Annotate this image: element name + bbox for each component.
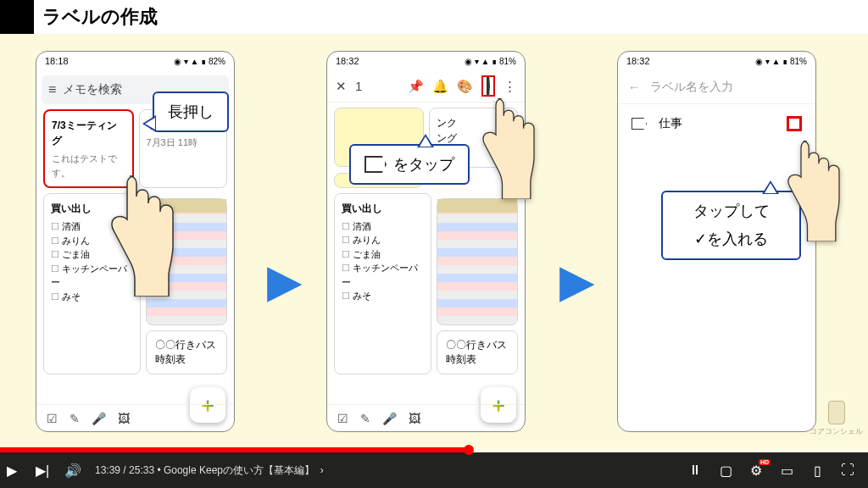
note-card-image[interactable] bbox=[437, 198, 519, 325]
autoplay-toggle[interactable]: ⏸ bbox=[687, 462, 704, 479]
slide-title: ラベルの作成 bbox=[42, 4, 158, 30]
title-bullet bbox=[0, 0, 34, 34]
status-time: 18:32 bbox=[626, 56, 650, 66]
settings-button[interactable]: ⚙HD bbox=[748, 462, 765, 479]
label-text: 仕事 bbox=[659, 116, 775, 131]
status-icons: ◉ ▾ ▲ ∎ 81% bbox=[755, 57, 807, 66]
hamburger-icon[interactable]: ≡ bbox=[48, 82, 56, 97]
status-bar: 18:32 ◉ ▾ ▲ ∎ 81% bbox=[327, 52, 525, 70]
next-button[interactable]: ▶| bbox=[34, 462, 51, 479]
note-date: 7月3日 11時 bbox=[147, 136, 220, 150]
status-time: 18:18 bbox=[45, 56, 69, 66]
note-card-bus[interactable]: 〇〇行きバス時刻表 bbox=[437, 330, 519, 374]
theater-button[interactable]: ▯ bbox=[809, 462, 826, 479]
video-time-info: 13:39 / 25:33 • Google Keepの使い方【基本編】 › bbox=[95, 463, 324, 478]
brush-icon[interactable]: ✎ bbox=[360, 412, 370, 425]
hand-pointer-2 bbox=[475, 93, 538, 202]
palette-icon[interactable]: 🎨 bbox=[457, 79, 473, 94]
bottom-toolbar: ☑ ✎ 🎤 🖼 bbox=[36, 404, 234, 431]
status-bar: 18:32 ◉ ▾ ▲ ∎ 81% bbox=[618, 52, 815, 70]
close-icon[interactable]: ✕ bbox=[336, 79, 347, 94]
label-checkbox[interactable] bbox=[787, 116, 802, 131]
status-icons: ◉ ▾ ▲ ∎ 81% bbox=[465, 57, 516, 66]
watermark: コアコンシェル bbox=[810, 401, 863, 437]
status-bar: 18:18 ◉ ▾ ▲ ∎ 82% bbox=[36, 52, 234, 70]
label-icon bbox=[632, 118, 647, 130]
checkbox-icon[interactable]: ☑ bbox=[47, 412, 58, 425]
label-name-input[interactable]: ラベル名を入力 bbox=[650, 80, 733, 95]
brush-icon[interactable]: ✎ bbox=[70, 412, 80, 425]
slide-title-bar: ラベルの作成 bbox=[0, 0, 868, 34]
bottom-toolbar: ☑ ✎ 🎤 🖼 bbox=[327, 404, 525, 431]
image-icon[interactable]: 🖼 bbox=[409, 412, 420, 425]
search-placeholder: メモを検索 bbox=[63, 82, 122, 97]
note-title: 7/3ミーティング bbox=[52, 118, 125, 148]
arrow-icon: ▶ bbox=[559, 254, 595, 308]
play-button[interactable]: ▶ bbox=[3, 462, 20, 479]
callout-longpress: 長押し bbox=[153, 92, 229, 132]
reminder-icon[interactable]: 🔔 bbox=[432, 79, 448, 94]
mic-icon[interactable]: 🎤 bbox=[92, 412, 106, 425]
selection-count: 1 bbox=[355, 79, 362, 93]
list-title: 買い出し bbox=[342, 201, 424, 216]
volume-button[interactable]: 🔊 bbox=[64, 462, 81, 479]
hand-pointer-1 bbox=[102, 169, 178, 300]
status-time: 18:32 bbox=[336, 56, 359, 66]
arrow-icon: ▶ bbox=[267, 254, 303, 308]
label-icon bbox=[364, 156, 387, 173]
note-card-shopping[interactable]: 買い出し 清酒 みりん ごま油 キッチンペーパー みそ bbox=[334, 193, 431, 374]
fullscreen-button[interactable]: ⛶ bbox=[839, 462, 856, 479]
progress-bar[interactable] bbox=[0, 447, 868, 452]
label-header: ← ラベル名を入力 bbox=[618, 70, 815, 104]
status-icons: ◉ ▾ ▲ ∎ 82% bbox=[174, 57, 225, 66]
youtube-player-bar: ▶ ▶| 🔊 13:39 / 25:33 • Google Keepの使い方【基… bbox=[0, 452, 868, 488]
image-icon[interactable]: 🖼 bbox=[118, 412, 130, 425]
note-card-bus[interactable]: 〇〇行きバス時刻表 bbox=[146, 330, 228, 374]
pin-icon[interactable]: 📌 bbox=[408, 79, 424, 94]
captions-button[interactable]: ▢ bbox=[717, 462, 734, 479]
miniplayer-button[interactable]: ▭ bbox=[778, 462, 795, 479]
back-icon[interactable]: ← bbox=[628, 80, 640, 94]
hand-pointer-3 bbox=[780, 136, 843, 245]
callout-tap-label: をタップ bbox=[349, 144, 470, 185]
more-icon[interactable]: ⋮ bbox=[504, 79, 516, 94]
checkbox-icon[interactable]: ☑ bbox=[337, 412, 348, 425]
checklist: 清酒 みりん ごま油 キッチンペーパー みそ bbox=[342, 219, 424, 303]
mic-icon[interactable]: 🎤 bbox=[382, 412, 397, 425]
